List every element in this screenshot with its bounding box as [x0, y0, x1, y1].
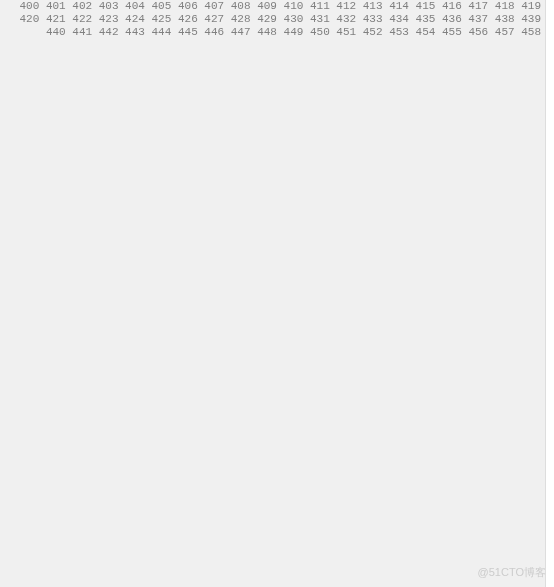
line-numbers-gutter: 400 401 402 403 404 405 406 407 408 409 …: [0, 0, 546, 587]
code-content: static void AppTaskCreate(void){ taskENT…: [546, 0, 554, 587]
watermark-label: @51CTO博客: [478, 566, 546, 579]
code-editor: 400 401 402 403 404 405 406 407 408 409 …: [0, 0, 554, 587]
